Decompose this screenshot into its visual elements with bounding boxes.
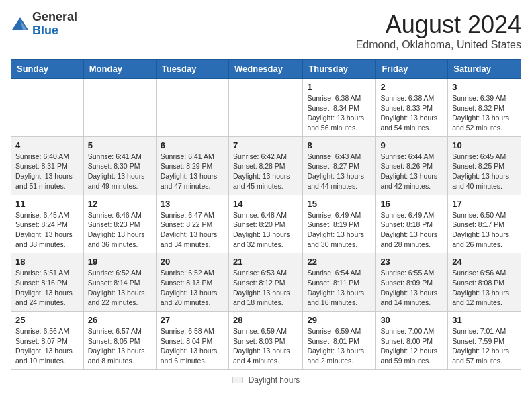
col-header-friday: Friday — [376, 60, 448, 79]
day-number: 10 — [452, 140, 517, 150]
day-number: 17 — [452, 199, 517, 209]
day-number: 7 — [233, 140, 298, 150]
logo-icon — [11, 15, 30, 34]
day-number: 4 — [15, 140, 79, 150]
calendar-cell: 29Sunrise: 6:59 AMSunset: 8:01 PMDayligh… — [303, 312, 376, 370]
day-number: 5 — [88, 140, 152, 150]
calendar-cell: 22Sunrise: 6:54 AMSunset: 8:11 PMDayligh… — [303, 253, 376, 312]
calendar-cell: 13Sunrise: 6:47 AMSunset: 8:22 PMDayligh… — [156, 195, 228, 253]
calendar-cell: 5Sunrise: 6:41 AMSunset: 8:30 PMDaylight… — [83, 136, 156, 195]
day-info: Sunrise: 6:41 AMSunset: 8:30 PMDaylight:… — [88, 152, 152, 191]
day-number: 19 — [88, 257, 152, 267]
logo-text: General Blue — [32, 11, 77, 38]
day-info: Sunrise: 6:52 AMSunset: 8:14 PMDaylight:… — [88, 268, 152, 308]
day-info: Sunrise: 6:58 AMSunset: 8:04 PMDaylight:… — [161, 326, 224, 366]
calendar-cell: 12Sunrise: 6:46 AMSunset: 8:23 PMDayligh… — [83, 195, 156, 253]
calendar-week-row: 18Sunrise: 6:51 AMSunset: 8:16 PMDayligh… — [11, 253, 521, 312]
calendar-cell: 14Sunrise: 6:48 AMSunset: 8:20 PMDayligh… — [228, 195, 302, 253]
day-number: 20 — [161, 257, 224, 267]
day-number: 29 — [307, 315, 371, 325]
day-info: Sunrise: 6:57 AMSunset: 8:05 PMDaylight:… — [88, 326, 152, 366]
calendar-cell: 25Sunrise: 6:56 AMSunset: 8:07 PMDayligh… — [11, 312, 84, 370]
page-header: General Blue August 2024 Edmond, Oklahom… — [11, 11, 521, 51]
day-number: 22 — [307, 257, 371, 267]
day-number: 1 — [307, 82, 371, 92]
day-number: 2 — [380, 82, 443, 92]
title-area: August 2024 Edmond, Oklahoma, United Sta… — [356, 11, 521, 51]
day-number: 26 — [88, 315, 152, 325]
day-info: Sunrise: 6:52 AMSunset: 8:13 PMDaylight:… — [161, 268, 224, 308]
calendar-table: SundayMondayTuesdayWednesdayThursdayFrid… — [11, 59, 521, 370]
calendar-cell — [156, 79, 228, 137]
col-header-saturday: Saturday — [448, 60, 521, 79]
day-number: 28 — [233, 315, 298, 325]
day-number: 13 — [161, 199, 224, 209]
month-title: August 2024 — [356, 11, 521, 39]
day-number: 3 — [452, 82, 517, 92]
day-number: 21 — [233, 257, 298, 267]
day-info: Sunrise: 6:51 AMSunset: 8:16 PMDaylight:… — [15, 268, 79, 308]
calendar-cell: 31Sunrise: 7:01 AMSunset: 7:59 PMDayligh… — [448, 312, 521, 370]
calendar-week-row: 4Sunrise: 6:40 AMSunset: 8:31 PMDaylight… — [11, 136, 521, 195]
calendar-week-row: 1Sunrise: 6:38 AMSunset: 8:34 PMDaylight… — [11, 79, 521, 137]
calendar-cell: 8Sunrise: 6:43 AMSunset: 8:27 PMDaylight… — [303, 136, 376, 195]
calendar-cell: 21Sunrise: 6:53 AMSunset: 8:12 PMDayligh… — [228, 253, 302, 312]
col-header-thursday: Thursday — [303, 60, 376, 79]
calendar-cell: 3Sunrise: 6:39 AMSunset: 8:32 PMDaylight… — [448, 79, 521, 137]
day-number: 14 — [233, 199, 298, 209]
location: Edmond, Oklahoma, United States — [356, 39, 521, 51]
logo: General Blue — [11, 11, 77, 38]
day-info: Sunrise: 6:38 AMSunset: 8:33 PMDaylight:… — [380, 93, 443, 133]
day-info: Sunrise: 6:45 AMSunset: 8:24 PMDaylight:… — [15, 210, 79, 250]
day-info: Sunrise: 6:40 AMSunset: 8:31 PMDaylight:… — [15, 152, 79, 191]
day-info: Sunrise: 6:56 AMSunset: 8:07 PMDaylight:… — [15, 326, 79, 366]
day-info: Sunrise: 6:44 AMSunset: 8:26 PMDaylight:… — [380, 152, 443, 191]
calendar-cell: 4Sunrise: 6:40 AMSunset: 8:31 PMDaylight… — [11, 136, 84, 195]
calendar-cell: 17Sunrise: 6:50 AMSunset: 8:17 PMDayligh… — [448, 195, 521, 253]
day-number: 31 — [452, 315, 517, 325]
calendar-cell: 27Sunrise: 6:58 AMSunset: 8:04 PMDayligh… — [156, 312, 228, 370]
calendar-cell: 11Sunrise: 6:45 AMSunset: 8:24 PMDayligh… — [11, 195, 84, 253]
day-info: Sunrise: 6:59 AMSunset: 8:03 PMDaylight:… — [233, 326, 298, 366]
day-number: 6 — [161, 140, 224, 150]
day-info: Sunrise: 6:43 AMSunset: 8:27 PMDaylight:… — [307, 152, 371, 191]
col-header-sunday: Sunday — [11, 60, 84, 79]
day-info: Sunrise: 6:53 AMSunset: 8:12 PMDaylight:… — [233, 268, 298, 308]
day-info: Sunrise: 6:49 AMSunset: 8:18 PMDaylight:… — [380, 210, 443, 250]
calendar-header-row: SundayMondayTuesdayWednesdayThursdayFrid… — [11, 60, 521, 79]
day-number: 9 — [380, 140, 443, 150]
day-info: Sunrise: 6:54 AMSunset: 8:11 PMDaylight:… — [307, 268, 371, 308]
day-info: Sunrise: 6:45 AMSunset: 8:25 PMDaylight:… — [452, 152, 517, 191]
calendar-cell — [83, 79, 156, 137]
day-info: Sunrise: 6:46 AMSunset: 8:23 PMDaylight:… — [88, 210, 152, 250]
daylight-label: Daylight hours — [249, 375, 300, 385]
day-number: 15 — [307, 199, 371, 209]
col-header-monday: Monday — [83, 60, 156, 79]
day-info: Sunrise: 6:39 AMSunset: 8:32 PMDaylight:… — [452, 93, 517, 133]
day-number: 16 — [380, 199, 443, 209]
day-number: 23 — [380, 257, 443, 267]
calendar-cell: 7Sunrise: 6:42 AMSunset: 8:28 PMDaylight… — [228, 136, 302, 195]
calendar-cell — [11, 79, 84, 137]
day-number: 30 — [380, 315, 443, 325]
svg-marker-0 — [12, 17, 28, 30]
day-info: Sunrise: 6:56 AMSunset: 8:08 PMDaylight:… — [452, 268, 517, 308]
calendar-cell: 2Sunrise: 6:38 AMSunset: 8:33 PMDaylight… — [376, 79, 448, 137]
calendar-footer: Daylight hours — [11, 375, 521, 385]
calendar-cell: 30Sunrise: 7:00 AMSunset: 8:00 PMDayligh… — [376, 312, 448, 370]
calendar-cell: 24Sunrise: 6:56 AMSunset: 8:08 PMDayligh… — [448, 253, 521, 312]
day-info: Sunrise: 6:41 AMSunset: 8:29 PMDaylight:… — [161, 152, 224, 191]
day-number: 8 — [307, 140, 371, 150]
day-info: Sunrise: 6:59 AMSunset: 8:01 PMDaylight:… — [307, 326, 371, 366]
col-header-tuesday: Tuesday — [156, 60, 228, 79]
day-number: 18 — [15, 257, 79, 267]
day-number: 12 — [88, 199, 152, 209]
col-header-wednesday: Wednesday — [228, 60, 302, 79]
day-info: Sunrise: 6:55 AMSunset: 8:09 PMDaylight:… — [380, 268, 443, 308]
day-info: Sunrise: 6:48 AMSunset: 8:20 PMDaylight:… — [233, 210, 298, 250]
day-info: Sunrise: 6:49 AMSunset: 8:19 PMDaylight:… — [307, 210, 371, 250]
calendar-cell — [228, 79, 302, 137]
logo-blue: Blue — [32, 24, 77, 38]
calendar-cell: 28Sunrise: 6:59 AMSunset: 8:03 PMDayligh… — [228, 312, 302, 370]
calendar-cell: 19Sunrise: 6:52 AMSunset: 8:14 PMDayligh… — [83, 253, 156, 312]
